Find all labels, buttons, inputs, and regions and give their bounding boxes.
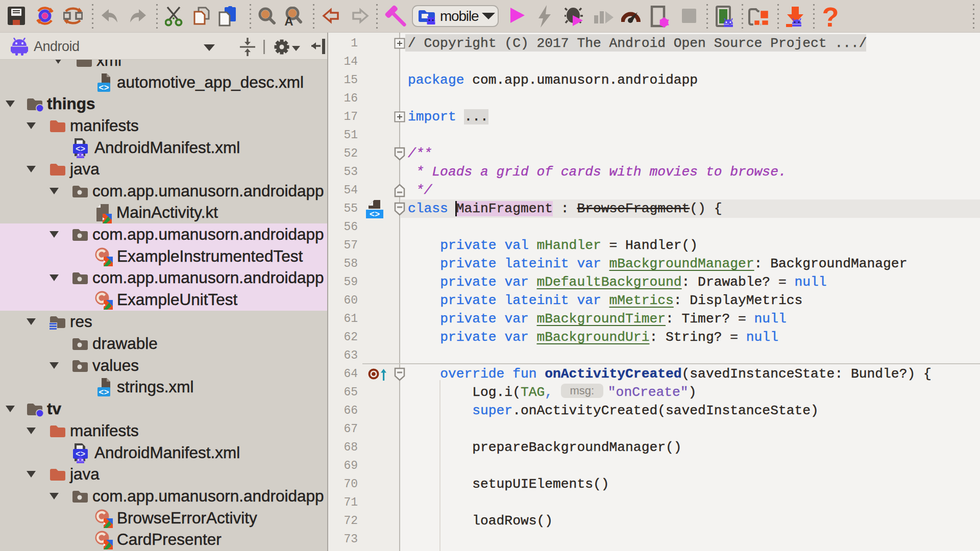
svg-text:?: ?: [822, 3, 839, 31]
svg-text:<>: <>: [99, 83, 109, 93]
svg-text:<>: <>: [370, 210, 380, 218]
svg-text:<>: <>: [99, 388, 109, 397]
svg-text:A: A: [284, 14, 293, 27]
